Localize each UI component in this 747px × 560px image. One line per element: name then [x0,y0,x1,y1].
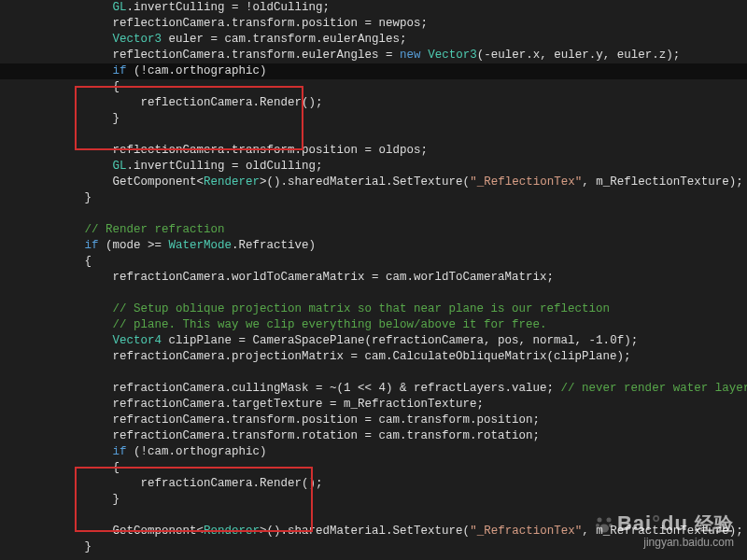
code-line[interactable]: } [0,190,747,206]
code-line[interactable]: GL.invertCulling = !oldCulling; [0,0,747,16]
code-line[interactable]: if (!cam.orthographic) [0,63,747,79]
code-line[interactable] [0,286,747,301]
code-line[interactable]: Vector4 clipPlane = CameraSpacePlane(ref… [0,333,747,349]
code-line[interactable]: refractionCamera.transform.rotation = ca… [0,428,747,444]
code-line[interactable]: refractionCamera.transform.position = ca… [0,413,747,428]
code-line[interactable]: { [0,79,747,95]
code-line[interactable]: refractionCamera.Render(); [0,476,747,492]
code-line[interactable]: refractionCamera.cullingMask = ~(1 << 4)… [0,381,747,397]
code-line[interactable]: GL.invertCulling = oldCulling; [0,159,747,175]
code-line[interactable]: if (mode >= WaterMode.Refractive) [0,238,747,254]
code-line[interactable]: GetComponent<Renderer>().sharedMaterial.… [0,175,747,190]
code-line[interactable]: reflectionCamera.transform.position = ne… [0,16,747,32]
code-editor[interactable]: GL.invertCulling = !oldCulling; reflecti… [0,0,747,555]
code-line[interactable]: } [0,111,747,127]
code-line[interactable]: reflectionCamera.transform.eulerAngles =… [0,48,747,63]
code-line[interactable]: refractionCamera.targetTexture = m_Refra… [0,397,747,413]
code-line[interactable] [0,127,747,143]
code-line[interactable]: Vector3 euler = cam.transform.eulerAngle… [0,32,747,48]
code-line[interactable]: refractionCamera.worldToCameraMatrix = c… [0,270,747,286]
code-line[interactable]: // Setup oblique projection matrix so th… [0,301,747,317]
code-line[interactable]: refractionCamera.projectionMatrix = cam.… [0,349,747,365]
code-line[interactable] [0,206,747,222]
code-line[interactable]: { [0,460,747,476]
code-line[interactable]: } [0,539,747,555]
code-line[interactable]: // Render refraction [0,222,747,238]
code-line[interactable]: // plane. This way we clip everything be… [0,317,747,333]
code-line[interactable]: GetComponent<Renderer>().sharedMaterial.… [0,524,747,539]
code-line[interactable] [0,365,747,381]
code-line[interactable]: if (!cam.orthographic) [0,444,747,460]
code-line[interactable]: { [0,254,747,270]
code-line[interactable]: reflectionCamera.transform.position = ol… [0,143,747,159]
code-line[interactable]: } [0,492,747,508]
code-line[interactable] [0,508,747,524]
code-line[interactable]: reflectionCamera.Render(); [0,95,747,111]
